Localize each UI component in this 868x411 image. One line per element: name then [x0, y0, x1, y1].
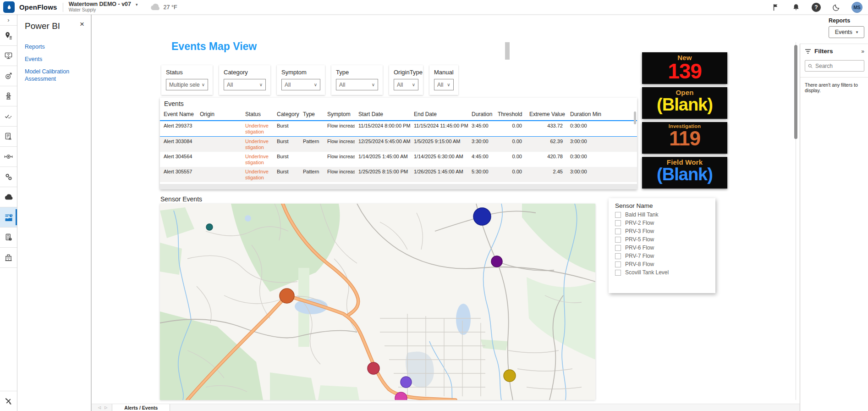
- collapse-panel-icon[interactable]: »: [861, 48, 864, 55]
- slicer-dropdown[interactable]: All ∨: [224, 79, 266, 90]
- filters-search-input[interactable]: [815, 63, 861, 69]
- cloud-icon[interactable]: [0, 187, 17, 207]
- sensor-checkbox[interactable]: [615, 228, 621, 234]
- sensor-event-point[interactable]: [491, 256, 502, 267]
- events-map-icon[interactable]: [0, 26, 17, 46]
- column-header[interactable]: Threshold: [494, 109, 526, 121]
- sensor-event-point[interactable]: [401, 377, 412, 388]
- slicer-label: Symptom: [281, 69, 320, 76]
- sensor-event-point[interactable]: [368, 362, 379, 374]
- sensor-list-item[interactable]: Bald Hill Tank: [615, 211, 715, 218]
- settings-gears-icon[interactable]: [0, 167, 17, 187]
- close-icon[interactable]: ×: [80, 20, 84, 28]
- left-icon-rail: ›: [0, 15, 17, 411]
- column-header[interactable]: [612, 109, 637, 121]
- sensor-checkbox[interactable]: [615, 270, 621, 276]
- report-issue-icon[interactable]: [0, 127, 17, 147]
- column-header[interactable]: Duration: [468, 109, 494, 121]
- powerbi-reports-icon[interactable]: [0, 207, 17, 228]
- slicer-value: All: [227, 82, 233, 88]
- calibration-icon[interactable]: [0, 106, 17, 127]
- sensor-checkbox[interactable]: [615, 245, 621, 251]
- tools-icon[interactable]: [0, 391, 17, 411]
- sensor-list-item[interactable]: PRV-7 Flow: [615, 253, 715, 259]
- slicer-dropdown[interactable]: Multiple selec... ∨: [166, 79, 208, 90]
- flag-icon[interactable]: [771, 2, 781, 12]
- powerbi-report-link[interactable]: Events: [25, 56, 81, 63]
- table-cell: Pattern: [299, 137, 324, 152]
- powerbi-report-link[interactable]: Reports: [25, 43, 81, 50]
- column-header[interactable]: End Date: [410, 109, 468, 121]
- table-vertical-scrollbar[interactable]: [634, 111, 636, 124]
- report-mini-scrollbar[interactable]: [505, 42, 510, 60]
- kpi-card[interactable]: Investigation 119: [642, 122, 727, 154]
- sensor-event-point[interactable]: [504, 370, 516, 382]
- facility-building-icon[interactable]: [0, 248, 17, 268]
- powerbi-link-list: ReportsEventsModel Calibration Assessmen…: [25, 43, 91, 83]
- powerbi-panel: Power BI × ReportsEventsModel Calibratio…: [17, 15, 92, 411]
- filters-search-box[interactable]: [805, 60, 864, 72]
- table-cell: Flow increase: [324, 121, 355, 137]
- column-header[interactable]: Extreme Value: [526, 109, 566, 121]
- column-header[interactable]: Symptom: [324, 109, 355, 121]
- sensor-checkbox[interactable]: [615, 237, 621, 243]
- powerbi-report-link[interactable]: Model Calibration Assessment: [25, 68, 81, 83]
- page-scrollbar-thumb[interactable]: [794, 45, 797, 139]
- sensor-checkbox[interactable]: [615, 261, 621, 267]
- expand-panel-icon[interactable]: ›: [0, 15, 17, 26]
- sensor-list-item[interactable]: PRV-2 Flow: [615, 220, 715, 226]
- sensor-event-point[interactable]: [280, 289, 294, 303]
- sensor-list-item[interactable]: PRV-8 Flow: [615, 261, 715, 267]
- table-cell: UnderInvestigation: [242, 121, 273, 137]
- table-cell: 3:30:00: [468, 137, 494, 152]
- table-row[interactable]: Alert 303084UnderInvestigationBurstPatte…: [160, 137, 637, 152]
- table-horizontal-scroll-area[interactable]: [160, 184, 637, 189]
- table-row[interactable]: Alert 299373UnderInvestigationBurstFlow …: [160, 121, 637, 137]
- sensor-list-item[interactable]: PRV-3 Flow: [615, 228, 715, 234]
- scada-display-icon[interactable]: [0, 46, 17, 66]
- help-icon[interactable]: ?: [811, 2, 821, 12]
- kpi-card[interactable]: New 139: [642, 52, 727, 84]
- table-row[interactable]: Alert 304564UnderInvestigationBurstFlow …: [160, 152, 637, 167]
- table-cell: 3:00:00: [566, 137, 612, 152]
- sensor-checkbox[interactable]: [615, 253, 621, 259]
- kpi-card[interactable]: Open (Blank): [642, 87, 727, 119]
- hydrant-icon[interactable]: [0, 86, 17, 106]
- sensor-list-item[interactable]: PRV-5 Flow: [615, 236, 715, 243]
- next-page-icon[interactable]: ▷: [104, 405, 107, 410]
- valve-icon[interactable]: [0, 147, 17, 167]
- sensor-list-item[interactable]: PRV-6 Flow: [615, 244, 715, 251]
- column-header[interactable]: Type: [299, 109, 324, 121]
- kpi-column: New 139 Open (Blank) Investigation 119: [642, 52, 727, 189]
- sensor-events-map[interactable]: [160, 204, 595, 400]
- slicer-dropdown[interactable]: All ∨: [336, 79, 378, 90]
- right-column: Reports Events ▾ Filters »: [800, 15, 868, 411]
- kpi-card[interactable]: Field Work (Blank): [642, 157, 727, 189]
- sensor-checkbox[interactable]: [615, 220, 621, 226]
- sensor-event-point[interactable]: [206, 224, 213, 230]
- slicer-dropdown[interactable]: All ∨: [434, 79, 454, 90]
- page-tab-alerts-events[interactable]: Alerts / Events: [112, 404, 170, 411]
- slicer-dropdown[interactable]: All ∨: [281, 79, 320, 90]
- user-avatar[interactable]: MS: [852, 2, 863, 13]
- reports-dropdown-value: Events: [835, 29, 852, 35]
- column-header[interactable]: Duration Min: [566, 109, 612, 121]
- column-header[interactable]: Origin: [196, 109, 242, 121]
- column-header[interactable]: Event Name: [160, 109, 196, 121]
- pump-icon[interactable]: [0, 66, 17, 86]
- column-header[interactable]: Start Date: [355, 109, 410, 121]
- sensor-list-item[interactable]: Scovill Tank Level: [615, 269, 715, 276]
- column-header[interactable]: Category: [273, 109, 299, 121]
- reports-dropdown[interactable]: Events ▾: [829, 26, 864, 38]
- calculator-icon[interactable]: [0, 228, 17, 248]
- dark-mode-moon-icon[interactable]: [831, 2, 841, 12]
- sensor-event-point[interactable]: [473, 208, 491, 225]
- project-switcher[interactable]: Watertown DEMO - v07 Water Supply ▾: [69, 1, 138, 13]
- column-header[interactable]: Status: [242, 109, 273, 121]
- slicer-dropdown[interactable]: All ∨: [394, 79, 418, 90]
- notifications-bell-icon[interactable]: [791, 2, 801, 12]
- table-row[interactable]: Alert 305557UnderInvestigationBurstPatte…: [160, 167, 637, 182]
- openflows-logo-icon[interactable]: [3, 1, 15, 13]
- prev-page-icon[interactable]: ◁: [98, 405, 101, 410]
- sensor-checkbox[interactable]: [615, 212, 621, 218]
